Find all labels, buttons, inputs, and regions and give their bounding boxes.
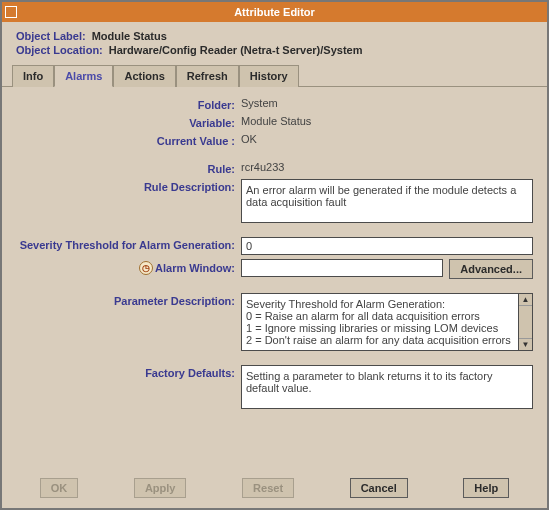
tab-alarms[interactable]: Alarms	[54, 65, 113, 87]
cancel-button[interactable]: Cancel	[350, 478, 408, 498]
rule-value: rcr4u233	[241, 161, 533, 173]
variable-value: Module Status	[241, 115, 533, 127]
object-label-value: Module Status	[92, 30, 167, 42]
advanced-button[interactable]: Advanced...	[449, 259, 533, 279]
paramdesc-line: 0 = Raise an alarm for all data acquisit…	[246, 310, 514, 322]
current-value-value: OK	[241, 133, 533, 145]
folder-label: Folder:	[16, 97, 241, 111]
ok-button: OK	[40, 478, 79, 498]
titlebar: Attribute Editor	[2, 2, 547, 22]
paramdesc-line: 1 = Ignore missing libraries or missing …	[246, 322, 514, 334]
scrollbar[interactable]: ▲ ▼	[518, 294, 532, 350]
rule-description-text: An error alarm will be generated if the …	[241, 179, 533, 223]
tab-history[interactable]: History	[239, 65, 299, 87]
alarm-window-label: Alarm Window:	[155, 262, 235, 274]
object-location-value: Hardware/Config Reader (Netra-t Server)/…	[109, 44, 363, 56]
tab-bar: Info Alarms Actions Refresh History	[2, 64, 547, 87]
parameter-description-text: Severity Threshold for Alarm Generation:…	[242, 294, 518, 350]
object-header: Object Label: Module Status Object Locat…	[2, 22, 547, 64]
attribute-editor-window: Attribute Editor Object Label: Module St…	[0, 0, 549, 510]
variable-label: Variable:	[16, 115, 241, 129]
clock-icon: ◷	[139, 261, 153, 275]
help-button[interactable]: Help	[463, 478, 509, 498]
window-title: Attribute Editor	[234, 6, 315, 18]
current-value-label: Current Value :	[16, 133, 241, 147]
rule-description-label: Rule Description:	[16, 179, 241, 193]
tab-refresh[interactable]: Refresh	[176, 65, 239, 87]
apply-button: Apply	[134, 478, 187, 498]
alarm-window-input[interactable]	[241, 259, 443, 277]
paramdesc-line: Severity Threshold for Alarm Generation:	[246, 298, 514, 310]
tab-actions[interactable]: Actions	[113, 65, 175, 87]
rule-label: Rule:	[16, 161, 241, 175]
parameter-description-box: Severity Threshold for Alarm Generation:…	[241, 293, 533, 351]
reset-button: Reset	[242, 478, 294, 498]
object-location-label: Object Location:	[16, 44, 103, 56]
scroll-up-icon[interactable]: ▲	[519, 294, 532, 306]
folder-value: System	[241, 97, 533, 109]
paramdesc-line: 2 = Don't raise an alarm for any data ac…	[246, 334, 514, 346]
scroll-down-icon[interactable]: ▼	[519, 338, 532, 350]
factory-defaults-label: Factory Defaults:	[16, 365, 241, 379]
severity-threshold-label: Severity Threshold for Alarm Generation:	[16, 237, 241, 251]
window-menu-icon[interactable]	[5, 6, 17, 18]
alarms-panel: Folder: System Variable: Module Status C…	[2, 87, 547, 468]
factory-defaults-text: Setting a parameter to blank returns it …	[241, 365, 533, 409]
button-bar: OK Apply Reset Cancel Help	[2, 468, 547, 508]
tab-info[interactable]: Info	[12, 65, 54, 87]
severity-threshold-input[interactable]	[241, 237, 533, 255]
object-label-label: Object Label:	[16, 30, 86, 42]
parameter-description-label: Parameter Description:	[16, 293, 241, 307]
